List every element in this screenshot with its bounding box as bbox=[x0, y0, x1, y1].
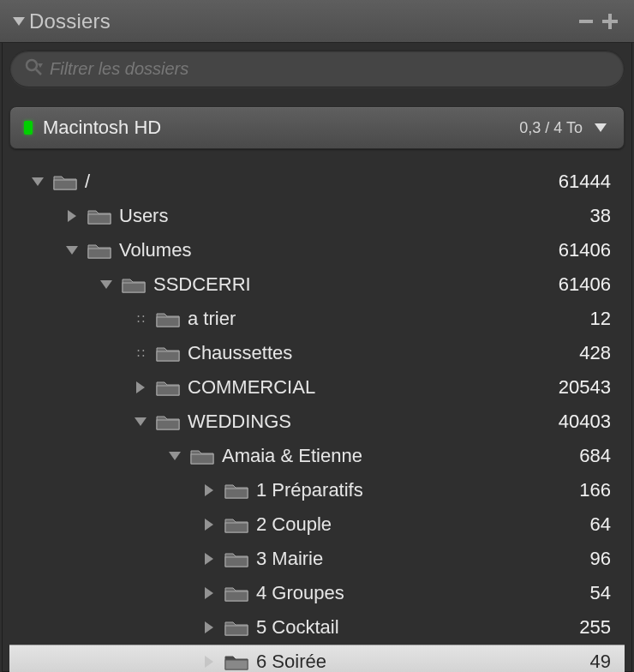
svg-rect-8 bbox=[88, 249, 111, 258]
disclosure-open[interactable] bbox=[59, 246, 85, 255]
disclosure-closed[interactable] bbox=[59, 210, 85, 222]
folder-label: Amaia & Etienne bbox=[222, 445, 579, 467]
chevron-down-icon bbox=[100, 280, 112, 289]
svg-rect-7 bbox=[88, 214, 111, 224]
chevron-down-icon bbox=[32, 177, 44, 186]
remove-button[interactable] bbox=[574, 9, 598, 33]
chevron-right-icon bbox=[205, 621, 213, 633]
folder-count: 61444 bbox=[559, 171, 611, 193]
chevron-right-icon bbox=[205, 519, 213, 531]
chevron-right-icon bbox=[205, 656, 213, 668]
chevron-down-icon bbox=[66, 246, 78, 255]
chevron-right-icon bbox=[205, 484, 213, 496]
folder-label: SSDCERRI bbox=[153, 273, 559, 296]
folder-row[interactable]: 2 Couple64 bbox=[9, 507, 625, 542]
folder-icon bbox=[85, 241, 114, 260]
folder-count: 49 bbox=[590, 651, 611, 672]
folder-count: 96 bbox=[590, 548, 611, 570]
disclosure-closed[interactable] bbox=[196, 519, 222, 531]
svg-marker-5 bbox=[38, 63, 43, 68]
folder-search[interactable] bbox=[9, 50, 625, 87]
svg-rect-18 bbox=[225, 591, 248, 601]
svg-rect-19 bbox=[225, 626, 248, 635]
panel-title: Dossiers bbox=[29, 9, 574, 33]
disclosure-open[interactable] bbox=[93, 280, 119, 289]
svg-rect-13 bbox=[157, 420, 179, 429]
svg-rect-11 bbox=[157, 351, 179, 361]
disclosure-open[interactable] bbox=[25, 177, 51, 186]
chevron-right-icon bbox=[136, 381, 145, 393]
folder-count: 684 bbox=[579, 445, 611, 467]
disclosure-closed[interactable] bbox=[196, 621, 222, 633]
folder-icon bbox=[119, 275, 148, 294]
folder-row[interactable]: 6 Soirée49 bbox=[9, 645, 625, 672]
folder-label: 4 Groupes bbox=[256, 582, 590, 604]
svg-rect-6 bbox=[54, 180, 76, 189]
folder-label: Volumes bbox=[119, 239, 559, 261]
folder-label: 2 Couple bbox=[256, 513, 590, 536]
svg-rect-14 bbox=[191, 454, 213, 464]
disclosure-closed[interactable] bbox=[128, 381, 153, 393]
disclosure-closed[interactable] bbox=[196, 484, 222, 496]
folder-row[interactable]: WEDDINGS40403 bbox=[9, 405, 625, 439]
folder-count: 38 bbox=[590, 205, 611, 227]
folder-icon bbox=[222, 584, 251, 603]
folder-row[interactable]: ∷ a trier12 bbox=[9, 302, 625, 336]
panel-body: Macintosh HD 0,3 / 4 To /61444 Users38 V… bbox=[3, 43, 631, 672]
folder-row[interactable]: 1 Préparatifs166 bbox=[9, 473, 625, 507]
chevron-right-icon bbox=[205, 587, 213, 599]
folder-row[interactable]: 4 Groupes54 bbox=[9, 576, 625, 610]
folder-count: 20543 bbox=[559, 376, 611, 399]
folder-icon bbox=[153, 309, 182, 328]
folder-row[interactable]: Volumes61406 bbox=[9, 233, 625, 267]
folder-icon bbox=[222, 515, 251, 534]
folder-count: 64 bbox=[590, 513, 611, 536]
volume-name: Macintosh HD bbox=[43, 117, 519, 139]
folder-icon bbox=[188, 447, 217, 465]
disclosure-open[interactable] bbox=[162, 452, 188, 460]
folder-row[interactable]: 5 Cocktail255 bbox=[9, 610, 625, 645]
svg-rect-20 bbox=[225, 660, 248, 669]
chevron-down-icon bbox=[135, 417, 147, 426]
panel-collapse-toggle[interactable] bbox=[9, 0, 29, 43]
disclosure-closed[interactable] bbox=[196, 656, 222, 668]
folder-row[interactable]: ∷ Chaussettes428 bbox=[9, 336, 625, 370]
svg-rect-0 bbox=[579, 20, 593, 23]
dots-icon: ∷ bbox=[137, 346, 145, 360]
folder-count: 61406 bbox=[559, 273, 611, 296]
folder-label: 6 Soirée bbox=[256, 651, 590, 672]
folder-row[interactable]: Users38 bbox=[9, 199, 625, 233]
folder-row[interactable]: /61444 bbox=[9, 165, 625, 199]
dots-icon: ∷ bbox=[137, 312, 145, 326]
folder-row[interactable]: SSDCERRI61406 bbox=[9, 267, 625, 302]
svg-rect-12 bbox=[157, 386, 179, 395]
folder-row[interactable]: Amaia & Etienne684 bbox=[9, 439, 625, 473]
volume-space: 0,3 / 4 To bbox=[519, 119, 583, 137]
svg-rect-9 bbox=[123, 283, 145, 292]
svg-rect-17 bbox=[225, 557, 248, 567]
search-input[interactable] bbox=[50, 59, 610, 79]
folder-label: Chaussettes bbox=[188, 342, 579, 364]
svg-rect-2 bbox=[602, 20, 618, 23]
search-icon bbox=[24, 57, 43, 80]
leaf-marker: ∷ bbox=[128, 346, 153, 360]
folder-icon bbox=[153, 344, 182, 363]
folder-count: 54 bbox=[590, 582, 611, 604]
disclosure-closed[interactable] bbox=[196, 587, 222, 599]
chevron-down-icon bbox=[595, 123, 607, 132]
disclosure-closed[interactable] bbox=[196, 553, 222, 565]
folder-count: 166 bbox=[579, 479, 611, 501]
svg-rect-16 bbox=[225, 523, 248, 532]
folder-count: 40403 bbox=[559, 411, 611, 433]
folder-icon bbox=[153, 378, 182, 397]
folder-row[interactable]: 3 Mairie96 bbox=[9, 542, 625, 576]
volume-bar[interactable]: Macintosh HD 0,3 / 4 To bbox=[9, 106, 625, 149]
leaf-marker: ∷ bbox=[128, 312, 153, 326]
volume-disclosure[interactable] bbox=[591, 118, 610, 137]
chevron-right-icon bbox=[205, 553, 213, 565]
folder-label: / bbox=[85, 171, 559, 193]
add-button[interactable] bbox=[598, 9, 622, 33]
disclosure-open[interactable] bbox=[128, 417, 153, 426]
folder-row[interactable]: COMMERCIAL20543 bbox=[9, 370, 625, 405]
folder-count: 255 bbox=[579, 616, 611, 639]
